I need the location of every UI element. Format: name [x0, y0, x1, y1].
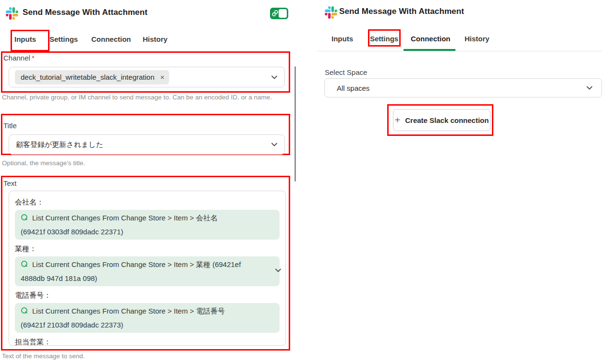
query-source-icon	[21, 258, 28, 266]
chevron-down-icon[interactable]	[586, 85, 593, 91]
select-space-label: Select Space	[325, 68, 367, 76]
title-select[interactable]: 顧客登録が更新されました	[9, 134, 285, 155]
create-slack-connection-button[interactable]: + Create Slack connection	[393, 109, 490, 131]
channel-label: Channel*	[3, 54, 35, 62]
tab-history[interactable]: History	[143, 35, 168, 43]
page-title: Send Message With Attachment	[23, 8, 147, 17]
text-line[interactable]: 担当営業：	[15, 337, 280, 346]
channel-select[interactable]: deck_tutorial_writetable_slack_integrati…	[9, 67, 285, 87]
variable-token[interactable]: List Current Changes From Change Store >…	[15, 256, 280, 286]
query-source-icon	[21, 305, 28, 313]
tab-history[interactable]: History	[465, 35, 490, 43]
channel-helper-text: Channel, private group, or IM channel to…	[2, 93, 280, 101]
channel-tag: deck_tutorial_writetable_slack_integrati…	[15, 70, 169, 85]
variable-token[interactable]: List Current Changes From Change Store >…	[15, 210, 280, 240]
text-helper-text: Text of the message to send.	[2, 352, 85, 360]
expand-chevron-icon[interactable]	[275, 267, 282, 274]
toggle-knob	[279, 9, 287, 18]
tab-settings[interactable]: Settings	[370, 35, 398, 43]
right-config-panel: Send Message With Attachment Inputs Sett…	[317, 0, 613, 364]
variable-token[interactable]: List Current Changes From Change Store >…	[15, 303, 280, 333]
title-helper-text: Optional, the message's title.	[2, 159, 85, 167]
link-toggle[interactable]	[270, 8, 288, 19]
text-line[interactable]: 会社名：	[15, 197, 280, 207]
slack-logo-icon	[325, 6, 337, 19]
text-label: Text	[3, 179, 17, 187]
tab-divider	[317, 51, 602, 51]
remove-tag-icon[interactable]: ×	[160, 70, 165, 85]
active-tab-underline	[404, 49, 455, 51]
title-value: 顧客登録が更新されました	[16, 140, 103, 149]
tab-settings[interactable]: Settings	[49, 35, 78, 43]
page-title: Send Message With Attachment	[339, 7, 464, 16]
message-text-editor[interactable]: 会社名： List Current Changes From Change St…	[9, 191, 286, 346]
query-source-icon	[21, 212, 28, 219]
chevron-down-icon[interactable]	[271, 141, 278, 148]
space-value: All spaces	[337, 84, 369, 92]
title-label: Title	[3, 121, 17, 130]
text-line[interactable]: 業種：	[15, 243, 280, 254]
required-asterisk: *	[32, 54, 35, 62]
plus-icon: +	[395, 115, 401, 125]
link-icon	[271, 10, 279, 17]
vertical-scrollbar[interactable]	[294, 66, 296, 182]
tab-connection[interactable]: Connection	[411, 35, 451, 43]
chevron-down-icon[interactable]	[271, 74, 278, 81]
tab-inputs[interactable]: Inputs	[14, 35, 36, 43]
slack-logo-icon	[6, 7, 18, 20]
text-line[interactable]: 電話番号：	[15, 290, 280, 301]
tab-connection[interactable]: Connection	[91, 35, 131, 43]
left-config-panel: Send Message With Attachment Inputs Sett…	[0, 0, 317, 364]
tab-inputs[interactable]: Inputs	[331, 35, 353, 43]
space-select[interactable]: All spaces	[324, 78, 602, 97]
